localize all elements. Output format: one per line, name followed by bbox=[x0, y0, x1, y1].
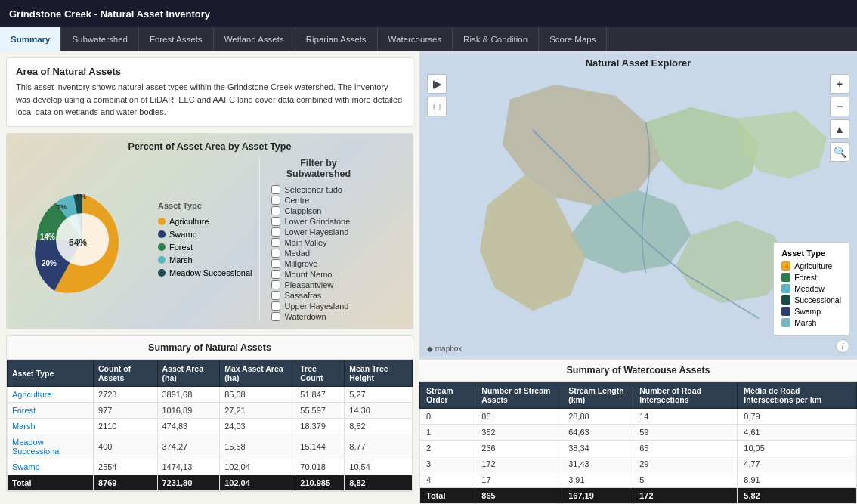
filter-checkbox-mount-nemo[interactable] bbox=[271, 270, 280, 279]
water-col-roads-per-km: Média de Road Intersections per km bbox=[738, 382, 857, 409]
filter-item-millgrove[interactable]: Millgrove bbox=[271, 259, 365, 268]
filter-checkbox-medad[interactable] bbox=[271, 249, 280, 258]
total-area: 7231,80 bbox=[157, 475, 220, 490]
tab-wetland-assets[interactable]: Wetland Assets bbox=[214, 27, 295, 51]
cell-length: 64,63 bbox=[562, 425, 633, 441]
tab-riparian-assets[interactable]: Riparian Assets bbox=[295, 27, 378, 51]
watercourse-totals-row: Total 865 167,19 172 5,82 bbox=[420, 488, 857, 504]
filter-checkbox-centre[interactable] bbox=[271, 196, 280, 205]
table-row: Forest 977 1016,89 27,21 55.597 14,30 bbox=[8, 402, 413, 418]
filter-item-pleasantview[interactable]: Pleasantview bbox=[271, 280, 365, 289]
map-area[interactable]: Natural Asset Explorer ▶ □ bbox=[419, 51, 857, 359]
cell-tree-count: 51.847 bbox=[295, 386, 345, 402]
filter-item-lower-hayesland[interactable]: Lower Hayesland bbox=[271, 227, 365, 237]
map-legend-label-swamp: Swamp bbox=[794, 307, 821, 316]
map-north-btn[interactable]: ▲ bbox=[830, 119, 849, 139]
map-legend-label-successional: Successional bbox=[794, 295, 841, 305]
filter-item-all[interactable]: Selecionar tudo bbox=[271, 185, 365, 194]
map-legend-label-forest: Forest bbox=[794, 273, 817, 282]
cell-mean-height: 14,30 bbox=[345, 402, 413, 418]
map-info-button[interactable]: i bbox=[836, 339, 849, 353]
filter-items: Selecionar tudo Centre Clappison Lower G… bbox=[271, 185, 365, 321]
cell-asset-type: Meadow Successional bbox=[8, 434, 94, 459]
map-title: Natural Asset Explorer bbox=[419, 57, 857, 69]
tab-summary[interactable]: Summary bbox=[0, 27, 61, 51]
cell-count: 400 bbox=[94, 434, 157, 459]
legend-agriculture: Agriculture bbox=[158, 217, 252, 226]
map-square-btn[interactable]: □ bbox=[427, 97, 447, 116]
col-area: Asset Area (ha) bbox=[157, 360, 220, 386]
cell-mean-height: 8,82 bbox=[345, 418, 413, 434]
cell-count: 2110 bbox=[94, 418, 157, 434]
col-count: Count of Assets bbox=[94, 360, 157, 386]
cell-assets: 172 bbox=[475, 456, 562, 472]
filter-checkbox-main-valley[interactable] bbox=[271, 238, 280, 247]
col-asset-type: Asset Type bbox=[8, 360, 94, 386]
filter-item-main-valley[interactable]: Main Valley bbox=[271, 238, 365, 247]
cell-roads: 65 bbox=[633, 441, 738, 456]
filter-checkbox-waterdown[interactable] bbox=[271, 312, 280, 321]
filter-checkbox-sassafras[interactable] bbox=[271, 291, 280, 300]
map-legend-swamp: Swamp bbox=[781, 307, 841, 316]
zoom-out-btn[interactable]: − bbox=[830, 97, 849, 116]
summary-table-title: Summary of Natural Assets bbox=[7, 336, 413, 360]
cell-asset-type: Swamp bbox=[8, 459, 94, 475]
filter-checkbox-millgrove[interactable] bbox=[271, 259, 280, 268]
map-search-btn[interactable]: 🔍 bbox=[830, 142, 849, 162]
filter-label-upper-hayesland: Upper Hayesland bbox=[284, 301, 348, 311]
filter-checkbox-lower-grindstone[interactable] bbox=[271, 217, 280, 226]
area-heading: Area of Natural Assets bbox=[16, 66, 404, 77]
filter-item-centre[interactable]: Centre bbox=[271, 196, 365, 205]
legend-label-forest: Forest bbox=[169, 243, 193, 252]
filter-item-clappison[interactable]: Clappison bbox=[271, 206, 365, 215]
filter-item-upper-hayesland[interactable]: Upper Hayesland bbox=[271, 301, 365, 311]
tab-subwatershed[interactable]: Subwatershed bbox=[61, 27, 139, 51]
filter-item-mount-nemo[interactable]: Mount Nemo bbox=[271, 270, 365, 279]
cell-tree-count: 18.379 bbox=[295, 418, 345, 434]
tab-watercourses[interactable]: Watercourses bbox=[378, 27, 453, 51]
cell-max-area: 85,08 bbox=[220, 386, 295, 402]
legend-label-agriculture: Agriculture bbox=[169, 217, 209, 226]
tab-risk-condition[interactable]: Risk & Condition bbox=[453, 27, 539, 51]
water-col-length: Stream Length (km) bbox=[562, 382, 633, 409]
cell-order: 4 bbox=[420, 472, 475, 488]
legend-forest: Forest bbox=[158, 243, 252, 252]
water-total-label: Total bbox=[420, 488, 475, 504]
cell-area: 3891,68 bbox=[157, 386, 220, 402]
map-cursor-btn[interactable]: ▶ bbox=[427, 74, 447, 94]
chart-legend: Asset Type Agriculture Swamp Forest bbox=[158, 201, 252, 277]
cell-max-area: 24,03 bbox=[220, 418, 295, 434]
map-legend-color-successional bbox=[781, 295, 790, 305]
total-count: 8769 bbox=[94, 475, 157, 490]
filter-item-waterdown[interactable]: Waterdown bbox=[271, 312, 365, 321]
filter-label-centre: Centre bbox=[284, 196, 309, 205]
filter-section: Filter bySubwatershed Selecionar tudo Ce… bbox=[259, 158, 365, 321]
filter-checkbox-all[interactable] bbox=[271, 185, 280, 194]
cell-order: 0 bbox=[420, 409, 475, 425]
filter-checkbox-upper-hayesland[interactable] bbox=[271, 301, 280, 311]
cell-mean-height: 10,54 bbox=[345, 459, 413, 475]
tab-score-maps[interactable]: Score Maps bbox=[539, 27, 607, 51]
tab-forest-assets[interactable]: Forest Assets bbox=[139, 27, 214, 51]
map-legend: Asset Type Agriculture Forest Meadow Suc… bbox=[773, 242, 849, 336]
map-left-controls: ▶ □ bbox=[427, 74, 447, 116]
right-panel: Natural Asset Explorer ▶ □ bbox=[419, 51, 857, 504]
cell-max-area: 27,21 bbox=[220, 402, 295, 418]
filter-item-medad[interactable]: Medad bbox=[271, 249, 365, 258]
filter-item-lower-grindstone[interactable]: Lower Grindstone bbox=[271, 217, 365, 226]
legend-dot-marsh bbox=[158, 256, 166, 264]
filter-checkbox-clappison[interactable] bbox=[271, 206, 280, 215]
col-max-area: Max Asset Area (ha) bbox=[220, 360, 295, 386]
filter-checkbox-lower-hayesland[interactable] bbox=[271, 227, 280, 237]
filter-item-sassafras[interactable]: Sassafras bbox=[271, 291, 365, 300]
filter-checkbox-pleasantview[interactable] bbox=[271, 280, 280, 289]
watercourse-table: Stream Order Number of Stream Assets Str… bbox=[419, 382, 857, 504]
label-meadow: 5% bbox=[76, 193, 86, 200]
zoom-in-btn[interactable]: + bbox=[830, 74, 849, 94]
label-agriculture: 54% bbox=[69, 237, 87, 248]
cell-count: 977 bbox=[94, 402, 157, 418]
filter-label-mount-nemo: Mount Nemo bbox=[284, 270, 332, 279]
cell-roads-per-km: 10,05 bbox=[738, 441, 857, 456]
legend-marsh: Marsh bbox=[158, 255, 252, 264]
cell-order: 3 bbox=[420, 456, 475, 472]
